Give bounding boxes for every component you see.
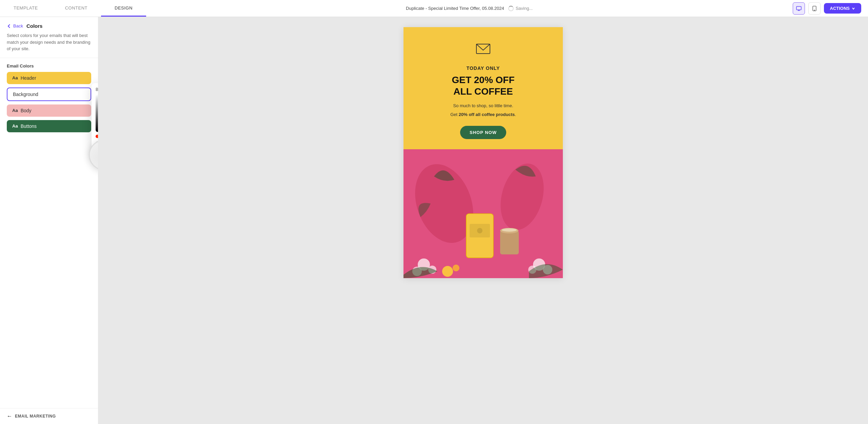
- back-button[interactable]: Back: [7, 23, 23, 28]
- shop-now-button[interactable]: SHOP NOW: [460, 126, 506, 139]
- nav-tabs: TEMPLATE CONTENT DESIGN: [0, 0, 146, 17]
- sidebar-footer: ← EMAIL MARKETING: [0, 408, 98, 424]
- promo-subtext2-bold: 20% off all coffee products: [459, 112, 515, 117]
- document-title: Duplicate - Special Limited Time Offer, …: [406, 6, 504, 11]
- promo-subtext2-end: .: [515, 112, 516, 117]
- document-info: Duplicate - Special Limited Time Offer, …: [146, 6, 793, 11]
- header-label: Header: [21, 75, 36, 81]
- promo-headline: GET 20% OFF ALL COFFEE: [414, 74, 553, 97]
- email-promo-section: TODAY ONLY GET 20% OFF ALL COFFEE So muc…: [403, 27, 563, 149]
- sidebar-title: Colors: [26, 23, 43, 29]
- top-navigation: TEMPLATE CONTENT DESIGN Duplicate - Spec…: [0, 0, 868, 17]
- promo-subtext2: Get 20% off all coffee products.: [414, 111, 553, 118]
- email-canvas: TODAY ONLY GET 20% OFF ALL COFFEE So muc…: [403, 27, 563, 278]
- tab-design[interactable]: DESIGN: [101, 0, 146, 17]
- email-colors-label: Email Colors: [0, 63, 98, 72]
- saving-label: Saving...: [516, 6, 533, 11]
- canvas-area: TODAY ONLY GET 20% OFF ALL COFFEE So muc…: [98, 17, 868, 424]
- today-only-label: TODAY ONLY: [414, 65, 553, 71]
- body-aa: Aa: [12, 108, 18, 113]
- svg-point-14: [502, 228, 517, 232]
- footer-label: EMAIL MARKETING: [15, 414, 56, 419]
- buttons-color-swatch[interactable]: Aa Buttons: [7, 120, 91, 132]
- buttons-label: Buttons: [21, 123, 37, 129]
- background-label: Background: [13, 92, 38, 97]
- actions-label: ACTIONS: [830, 6, 850, 11]
- picker-label: Background color: [96, 87, 98, 92]
- color-gradient-canvas[interactable]: [96, 95, 98, 132]
- desktop-view-button[interactable]: [793, 2, 805, 15]
- email-envelope-icon: [414, 41, 553, 60]
- body-color-swatch[interactable]: Aa Body: [7, 104, 91, 117]
- svg-rect-12: [500, 231, 519, 254]
- nav-right-controls: ACTIONS: [793, 2, 868, 15]
- mobile-view-button[interactable]: [808, 2, 821, 15]
- magnifier-inner: [90, 141, 98, 169]
- svg-point-19: [453, 265, 459, 271]
- tab-template[interactable]: TEMPLATE: [0, 0, 52, 17]
- email-product-image: [403, 149, 563, 278]
- hue-slider[interactable]: [96, 135, 98, 138]
- svg-point-18: [442, 266, 453, 277]
- back-label: Back: [13, 23, 23, 28]
- buttons-aa: Aa: [12, 123, 18, 129]
- actions-button[interactable]: ACTIONS: [824, 3, 862, 14]
- promo-line2: ALL COFFEE: [414, 86, 553, 97]
- svg-point-4: [814, 10, 815, 11]
- saving-indicator: Saving...: [508, 6, 533, 11]
- color-magnifier: [89, 140, 98, 170]
- sidebar-divider: [0, 58, 98, 58]
- email-marketing-icon: ←: [7, 413, 12, 419]
- background-color-swatch[interactable]: Background: [7, 88, 91, 101]
- main-content: Back Colors Select colors for your email…: [0, 17, 868, 424]
- product-scene-svg: [403, 149, 563, 278]
- promo-line1: GET 20% OFF: [414, 74, 553, 86]
- tab-content[interactable]: CONTENT: [52, 0, 101, 17]
- sidebar-header: Back Colors: [0, 17, 98, 32]
- header-color-swatch[interactable]: Aa Header: [7, 72, 91, 84]
- body-label: Body: [21, 108, 32, 113]
- sidebar: Back Colors Select colors for your email…: [0, 17, 98, 424]
- sidebar-description: Select colors for your emails that will …: [0, 32, 98, 58]
- saving-spinner: [508, 6, 514, 11]
- promo-subtext2-start: Get: [450, 112, 459, 117]
- promo-subtext1: So much to shop, so little time.: [414, 102, 553, 109]
- svg-point-11: [477, 228, 482, 233]
- header-aa: Aa: [12, 75, 18, 80]
- svg-rect-0: [796, 6, 801, 10]
